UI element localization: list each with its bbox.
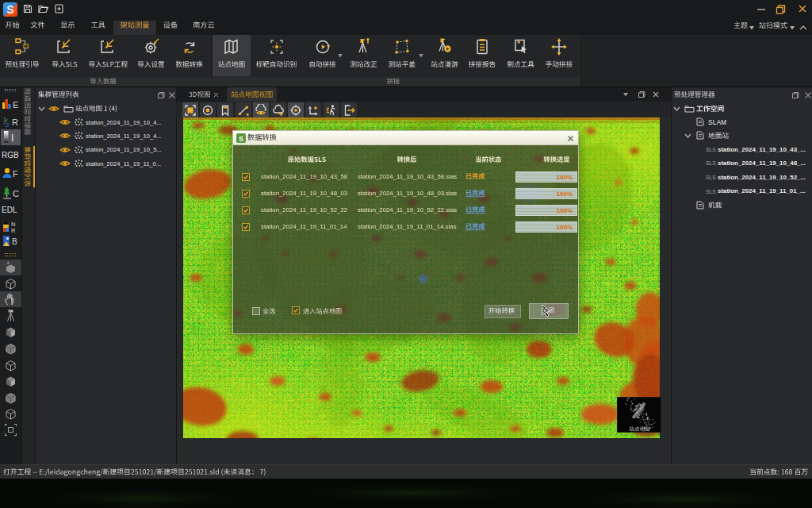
svg-text:F: F (13, 169, 18, 179)
svg-text:E: E (13, 100, 18, 110)
svg-text:R: R (12, 117, 18, 127)
svg-text:S: S (6, 3, 13, 16)
svg-text:R: R (11, 227, 16, 233)
svg-text:C: C (13, 189, 19, 198)
svg-text:2: 2 (6, 121, 10, 128)
svg-text:B: B (12, 237, 17, 246)
svg-text:S: S (239, 135, 243, 143)
svg-text:I: I (11, 133, 13, 144)
